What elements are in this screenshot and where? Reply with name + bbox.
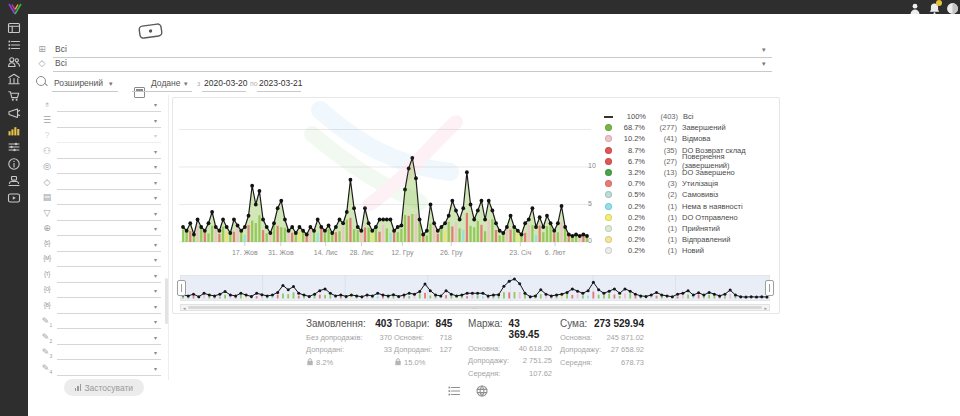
legend-item-7[interactable]: 0.5%(2)Самовивіз <box>605 189 773 200</box>
sidebar-item-info[interactable] <box>7 157 21 171</box>
legend-item-0[interactable]: 100%(403)Всі <box>605 111 773 122</box>
apply-button[interactable]: Застосувати <box>64 379 144 396</box>
payment-icon: ◎ <box>40 161 54 171</box>
custom-field-2-icon: ✎2 <box>40 332 54 344</box>
filter-row-custom-field-4[interactable]: ✎4▾ <box>40 363 166 376</box>
date-field-select[interactable]: Додане <box>151 78 181 88</box>
sidebar-item-documents[interactable] <box>7 38 21 52</box>
legend-item-10[interactable]: 0.2%(1)Прийнятий <box>605 223 773 234</box>
legend-item-8[interactable]: 0.2%(1)Нема в наявності <box>605 201 773 212</box>
stat-value: 845 <box>436 318 453 329</box>
filter-row-custom-field-2[interactable]: ✎2▾ <box>40 332 166 345</box>
legend-item-4[interactable]: 6.7%(27)Повернення (завершений) <box>605 156 773 167</box>
scroll-right-icon[interactable]: ▸ <box>764 305 767 312</box>
chart-hscrollbar[interactable]: ◂ ⋯ ▸ <box>180 304 770 311</box>
filter-row-custom-field-3[interactable]: ✎3▾ <box>40 347 166 360</box>
y-axis-tick-10: 10 <box>588 162 604 169</box>
chevron-down-icon[interactable]: ▾ <box>184 80 188 88</box>
chevron-down-icon: ▾ <box>154 210 157 217</box>
legend-percent: 10.2% <box>616 134 645 143</box>
svg-text:31. Жов: 31. Жов <box>268 249 294 256</box>
sidebar-item-tutorials[interactable] <box>7 191 21 205</box>
chevron-down-icon: ▾ <box>154 365 157 372</box>
legend-item-11[interactable]: 0.2%(1)Відправлений <box>605 234 773 245</box>
legend-label: Самовивіз <box>682 190 718 199</box>
filter-row-var-o[interactable]: {о}▾ <box>40 285 166 298</box>
date-from-input[interactable]: 2020-03-20 <box>204 78 247 88</box>
orders-status-chart[interactable]: 17. Жов31. Жов14. Лис28. Лис12. Гру26. Г… <box>179 106 591 258</box>
category-filter-field[interactable] <box>53 56 772 58</box>
filter-input-line <box>57 328 161 329</box>
region-icon: ⊕ <box>40 223 54 233</box>
scrollbar-thumb[interactable]: ⋯ <box>188 306 762 309</box>
date-field-underline <box>132 90 192 92</box>
sidebar-item-warehouse[interactable] <box>7 72 21 86</box>
sidebar-item-analytics-active[interactable] <box>7 123 21 137</box>
stat-sub-label: Середня: <box>560 358 592 367</box>
product-filter-value[interactable]: Всі <box>55 58 67 68</box>
filter-row-world[interactable]: ♁▾ <box>40 99 166 112</box>
filter-row-custom-field-1[interactable]: ✎1▾ <box>40 316 166 329</box>
legend-percent: 0.2% <box>616 213 645 222</box>
filter-row-status-list[interactable]: ☰▾ <box>40 115 166 128</box>
legend-item-9[interactable]: 0.2%(1)DO Отправлено <box>605 212 773 223</box>
list-view-icon[interactable] <box>447 384 460 397</box>
navigator-left-handle[interactable] <box>177 280 186 296</box>
filter-row-clients[interactable]: ⚇▾ <box>40 146 166 159</box>
chart-navigator[interactable] <box>180 275 770 301</box>
avatar-icon[interactable] <box>946 1 959 14</box>
filter-row-var-v[interactable]: {в}▾ <box>40 301 166 314</box>
category-filter-value[interactable]: Всі <box>55 44 67 54</box>
svg-text:17. Жов: 17. Жов <box>232 249 258 256</box>
stat-sub-label: Допродажу: <box>560 345 601 354</box>
svg-text:26. Гру: 26. Гру <box>440 249 463 257</box>
filter-row-payment[interactable]: ◎▾ <box>40 161 166 174</box>
sphere-view-icon[interactable] <box>475 384 488 397</box>
legend-dot-swatch <box>605 236 612 243</box>
legend-percent: 0.7% <box>616 179 645 188</box>
chevron-down-icon[interactable]: ▾ <box>762 60 766 68</box>
legend-count: (1) <box>649 235 677 244</box>
sidebar-scrollbar[interactable] <box>165 278 168 324</box>
legend-label: DO Отправлено <box>682 213 738 222</box>
date-to-input[interactable]: 2023-03-21 <box>259 78 302 88</box>
user-icon[interactable] <box>909 1 922 14</box>
stat-value: 403 <box>375 318 392 329</box>
chevron-down-icon[interactable]: ▾ <box>762 46 766 54</box>
scroll-left-icon[interactable]: ◂ <box>183 305 186 312</box>
sidebar-item-purchases[interactable] <box>7 89 21 103</box>
filter-row-help[interactable]: ?▾ <box>40 130 166 143</box>
filter-row-package[interactable]: ◇▾ <box>40 177 166 190</box>
filter-row-var-t[interactable]: {т}▾ <box>40 270 166 283</box>
search-mode-underline <box>52 90 118 92</box>
screencast-icon[interactable] <box>138 23 164 38</box>
filter-input-line <box>57 220 161 221</box>
filter-row-region[interactable]: ⊕▾ <box>40 223 166 236</box>
filter-row-var-s[interactable]: {s}▾ <box>40 239 166 252</box>
svg-text:14. Лис: 14. Лис <box>314 249 338 256</box>
legend-item-1[interactable]: 68.7%(277)Завершений <box>605 122 773 133</box>
sidebar-item-dashboard[interactable] <box>7 21 21 35</box>
stat-sub-label: Допродані: <box>394 345 432 354</box>
legend-item-12[interactable]: 0.2%(1)Новий <box>605 245 773 256</box>
legend-item-2[interactable]: 10.2%(41)Відмова <box>605 133 773 144</box>
legend-percent: 0.5% <box>616 190 645 199</box>
product-filter-field[interactable] <box>53 70 772 72</box>
filter-row-var-m[interactable]: {м}▾ <box>40 254 166 267</box>
sidebar-item-integrations[interactable] <box>7 140 21 154</box>
filter-row-image[interactable]: ▤▾ <box>40 192 166 205</box>
help-icon: ? <box>40 130 54 140</box>
sidebar-item-marketing[interactable] <box>7 106 21 120</box>
legend-percent: 3.2% <box>616 168 645 177</box>
filter-row-funnel[interactable]: ▽▾ <box>40 208 166 221</box>
sidebar-item-customers[interactable] <box>7 55 21 69</box>
date-to-label: по <box>250 80 258 87</box>
filter-input-line <box>57 158 161 159</box>
search-mode-select[interactable]: Розширений <box>54 78 103 88</box>
legend-item-6[interactable]: 0.7%(3)Утилізація <box>605 178 773 189</box>
sidebar-item-support[interactable] <box>7 174 21 188</box>
svg-text:6. Лют: 6. Лют <box>545 249 566 256</box>
app-logo-icon[interactable] <box>6 1 24 13</box>
navigator-right-handle[interactable] <box>765 280 774 296</box>
chevron-down-icon[interactable]: ▾ <box>109 80 113 88</box>
